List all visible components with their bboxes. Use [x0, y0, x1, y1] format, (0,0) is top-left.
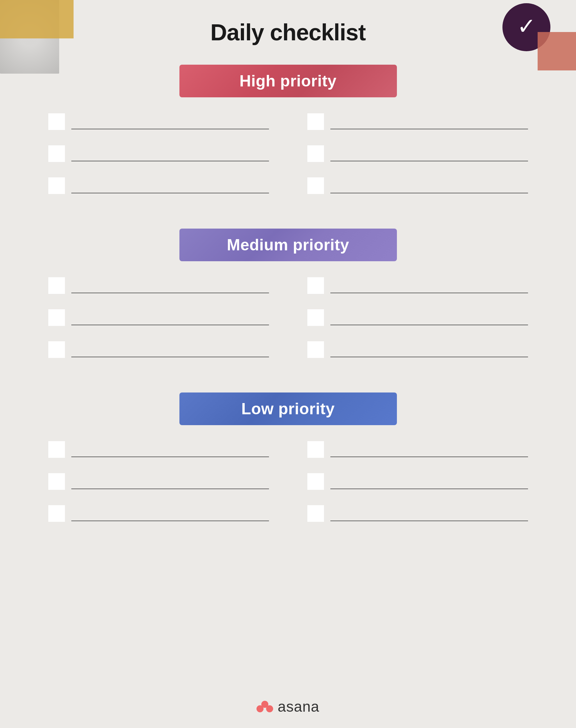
- checklist-item: [307, 277, 528, 296]
- asana-logo: asana: [257, 698, 319, 715]
- medium-priority-grid: [48, 277, 528, 373]
- low-priority-grid: [48, 441, 528, 537]
- medium-priority-header: Medium priority: [179, 228, 397, 261]
- item-line: [330, 193, 528, 193]
- item-line: [71, 357, 269, 357]
- checkbox[interactable]: [48, 441, 65, 458]
- brand-name: asana: [278, 698, 319, 715]
- high-priority-grid: [48, 113, 528, 209]
- medium-priority-section: Medium priority: [0, 228, 576, 393]
- checklist-item: [307, 473, 528, 492]
- dot-right: [266, 705, 273, 712]
- item-line: [71, 488, 269, 489]
- checkbox[interactable]: [307, 177, 324, 194]
- checkbox[interactable]: [48, 309, 65, 326]
- medium-priority-right-col: [307, 277, 528, 373]
- item-line: [330, 488, 528, 489]
- item-line: [71, 129, 269, 129]
- checkbox[interactable]: [48, 113, 65, 130]
- item-line: [71, 293, 269, 293]
- checklist-item: [307, 309, 528, 328]
- main-content: Daily checklist High priority: [0, 0, 576, 557]
- checklist-item: [307, 113, 528, 133]
- checkbox[interactable]: [48, 505, 65, 522]
- checklist-item: [48, 145, 269, 165]
- low-priority-left-col: [48, 441, 269, 537]
- checklist-item: [48, 505, 269, 524]
- checkbox[interactable]: [48, 145, 65, 162]
- checklist-item: [48, 177, 269, 196]
- checklist-item: [307, 341, 528, 360]
- checkbox[interactable]: [307, 441, 324, 458]
- high-priority-section: High priority: [0, 65, 576, 228]
- checkbox[interactable]: [48, 341, 65, 358]
- item-line: [71, 457, 269, 457]
- item-line: [330, 457, 528, 457]
- checklist-item: [48, 441, 269, 460]
- item-line: [330, 325, 528, 325]
- page-container: ✓ Daily checklist High priority: [0, 0, 576, 728]
- item-line: [71, 161, 269, 161]
- checkbox[interactable]: [307, 113, 324, 130]
- checkbox[interactable]: [307, 277, 324, 294]
- checklist-item: [307, 145, 528, 165]
- high-priority-header: High priority: [179, 65, 397, 97]
- item-line: [330, 161, 528, 161]
- checklist-item: [48, 473, 269, 492]
- high-priority-right-col: [307, 113, 528, 209]
- checkbox[interactable]: [307, 145, 324, 162]
- checkbox[interactable]: [307, 341, 324, 358]
- medium-priority-left-col: [48, 277, 269, 373]
- checkbox[interactable]: [307, 309, 324, 326]
- checklist-item: [307, 177, 528, 196]
- checklist-item: [307, 505, 528, 524]
- item-line: [71, 520, 269, 521]
- item-line: [71, 193, 269, 193]
- asana-dots-icon: [257, 701, 273, 712]
- checkbox[interactable]: [48, 177, 65, 194]
- footer: asana: [0, 698, 576, 715]
- high-priority-left-col: [48, 113, 269, 209]
- low-priority-section: Low priority: [0, 393, 576, 557]
- checkbox[interactable]: [48, 277, 65, 294]
- item-line: [330, 129, 528, 129]
- checklist-item: [48, 309, 269, 328]
- checkbox[interactable]: [307, 505, 324, 522]
- checklist-item: [307, 441, 528, 460]
- item-line: [330, 357, 528, 357]
- checklist-item: [48, 277, 269, 296]
- checklist-item: [48, 113, 269, 133]
- item-line: [330, 520, 528, 521]
- item-line: [71, 325, 269, 325]
- low-priority-right-col: [307, 441, 528, 537]
- page-title: Daily checklist: [210, 19, 366, 46]
- checkbox[interactable]: [48, 473, 65, 490]
- checkbox[interactable]: [307, 473, 324, 490]
- item-line: [330, 293, 528, 293]
- checklist-item: [48, 341, 269, 360]
- low-priority-header: Low priority: [179, 393, 397, 425]
- dot-left: [257, 705, 263, 712]
